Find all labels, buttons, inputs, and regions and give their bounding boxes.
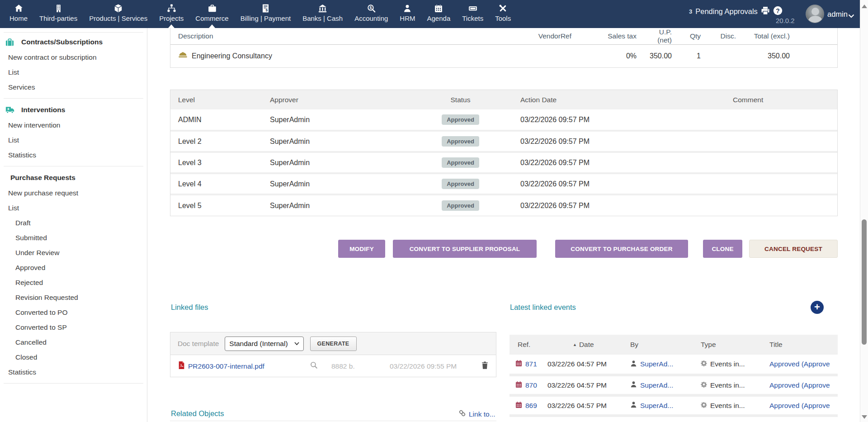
event-ref-link[interactable]: 869 [525, 402, 537, 410]
left-sidebar: Contracts/Subscriptions New contract or … [0, 28, 147, 422]
add-event-button[interactable]: + [811, 301, 824, 314]
sidebar-item-interventions-statistics[interactable]: Statistics [0, 147, 147, 162]
line-disc [707, 45, 742, 67]
sidebar-item-services[interactable]: Services [0, 80, 147, 95]
nav-label: Agenda [427, 14, 451, 22]
file-link[interactable]: PR2603-007-internal.pdf [188, 362, 264, 370]
event-ref-link[interactable]: 871 [525, 360, 537, 368]
sidebar-item-pr-under-review[interactable]: Under Review [0, 245, 147, 260]
nav-commerce[interactable]: Commerce [189, 0, 234, 28]
event-by-link[interactable]: SuperAd... [640, 381, 673, 389]
sidebar-heading-purchase-requests[interactable]: Purchase Requests [0, 170, 147, 185]
scrollbar-thumb[interactable] [862, 219, 867, 345]
event-title-link[interactable]: Approved (Approve [769, 402, 830, 409]
nav-home[interactable]: Home [4, 0, 33, 28]
cancel-request-button[interactable]: CANCEL REQUEST [749, 240, 838, 258]
sidebar-item-pr-approved[interactable]: Approved [0, 260, 147, 275]
sidebar-item-new-contract[interactable]: New contract or subscription [0, 50, 147, 65]
vertical-scrollbar[interactable] [860, 0, 868, 422]
latest-linked-events-heading: Latest linked events [510, 303, 576, 312]
event-title-link[interactable]: Approved (Approve [769, 381, 830, 389]
nav-label: Tools [495, 14, 511, 22]
convert-to-supplier-proposal-button[interactable]: CONVERT TO SUPPLIER PROPOSAL [393, 240, 537, 258]
scroll-down-arrow-icon[interactable] [862, 415, 867, 419]
sitemap-icon [167, 4, 176, 13]
sidebar-item-pr-submitted[interactable]: Submitted [0, 230, 147, 245]
pending-approvals-link[interactable]: Pending Approvals [695, 7, 758, 16]
modify-button[interactable]: MODIFY [338, 240, 385, 258]
file-size: 8882 b. [331, 362, 355, 370]
nav-projects[interactable]: Projects [153, 0, 189, 28]
col-action-date: Action Date [502, 90, 724, 109]
generate-button[interactable]: GENERATE [310, 337, 357, 351]
approval-date: 03/22/2026 09:57 PM [502, 194, 724, 216]
approval-approver: SuperAdmin [270, 194, 419, 216]
sidebar-item-contracts-list[interactable]: List [0, 65, 147, 80]
approval-row: Level 2 SuperAdmin Approved 03/22/2026 0… [170, 131, 837, 152]
sidebar-divider [4, 383, 143, 384]
approval-level: Level 5 [170, 194, 270, 216]
approval-comment [724, 152, 837, 173]
chevron-down-icon[interactable] [848, 12, 854, 20]
sidebar-item-pr-converted-to-sp[interactable]: Converted to SP [0, 320, 147, 335]
event-ref-link[interactable]: 870 [525, 381, 537, 389]
nav-billing-payment[interactable]: $ Billing | Payment [235, 0, 297, 28]
sidebar-item-pr-converted-to-po[interactable]: Converted to PO [0, 305, 147, 320]
col-type[interactable]: Type [698, 335, 767, 355]
line-row[interactable]: Engineering Consultancy 0% 350.00 1 350.… [170, 45, 837, 67]
nav-hrm[interactable]: HRM [394, 0, 421, 28]
sidebar-item-pr-list[interactable]: List [0, 200, 147, 215]
col-sales-tax: Sales tax [578, 28, 643, 45]
sidebar-item-pr-statistics[interactable]: Statistics [0, 365, 147, 379]
nav-accounting[interactable]: $ Accounting [349, 0, 394, 28]
top-navbar: Home Third-parties Products | Services P… [0, 0, 860, 28]
clone-button[interactable]: CLONE [703, 240, 742, 258]
event-by-link[interactable]: SuperAd... [640, 360, 673, 368]
print-icon[interactable] [760, 6, 770, 17]
doc-template-select[interactable]: Standard (Internal) [225, 337, 303, 351]
nav-agenda[interactable]: Agenda [421, 0, 457, 28]
col-level: Level [170, 90, 270, 109]
col-by[interactable]: By [630, 335, 698, 355]
nav-tickets[interactable]: Tickets [456, 0, 489, 28]
chevron-down-icon [294, 342, 299, 345]
search-dollar-icon: $ [367, 4, 376, 13]
event-title-link[interactable]: Approved (Approve [769, 360, 830, 368]
approval-level: Level 4 [170, 173, 270, 194]
event-type: Events in... [710, 381, 745, 389]
scroll-up-arrow-icon[interactable] [862, 5, 867, 8]
trash-icon[interactable] [481, 361, 488, 371]
sidebar-item-interventions-list[interactable]: List [0, 133, 147, 147]
preview-magnifier-icon[interactable] [310, 361, 318, 371]
col-comment: Comment [724, 90, 837, 109]
nav-tools[interactable]: Tools [489, 0, 517, 28]
line-total: 350.00 [742, 45, 837, 67]
sidebar-item-pr-cancelled[interactable]: Cancelled [0, 335, 147, 350]
avatar[interactable] [806, 5, 824, 23]
nav-products-services[interactable]: Products | Services [83, 0, 153, 28]
col-date[interactable]: ▲Date [547, 335, 630, 355]
event-by-link[interactable]: SuperAd... [640, 402, 673, 410]
sidebar-heading-contracts[interactable]: Contracts/Subscriptions [0, 34, 147, 50]
sidebar-item-pr-draft[interactable]: Draft [0, 215, 147, 230]
file-date: 03/22/2026 09:55 PM [390, 362, 457, 370]
sidebar-item-pr-revision-requested[interactable]: Revision Requested [0, 290, 147, 305]
event-calendar-icon [515, 381, 522, 390]
event-type: Events in... [710, 402, 745, 410]
sidebar-item-new-purchase-request[interactable]: New purchase request [0, 185, 147, 200]
col-ref[interactable]: Ref. [509, 335, 547, 355]
sidebar-heading-interventions[interactable]: Interventions [0, 102, 147, 118]
nav-banks-cash[interactable]: Banks | Cash [297, 0, 349, 28]
help-icon[interactable]: ? [773, 6, 783, 17]
sidebar-item-pr-closed[interactable]: Closed [0, 350, 147, 365]
user-menu[interactable]: admin [827, 10, 848, 19]
pending-approvals-count: 3 [689, 8, 692, 15]
link-to-link[interactable]: Link to... [469, 410, 495, 418]
nav-third-parties[interactable]: Third-parties [33, 0, 83, 28]
convert-to-purchase-order-button[interactable]: CONVERT TO PURCHASE ORDER [555, 240, 688, 258]
sidebar-item-pr-rejected[interactable]: Rejected [0, 275, 147, 290]
ticket-icon [468, 4, 477, 13]
contract-icon [5, 38, 16, 46]
sidebar-item-new-intervention[interactable]: New intervention [0, 118, 147, 133]
col-title[interactable]: Title [767, 335, 838, 355]
